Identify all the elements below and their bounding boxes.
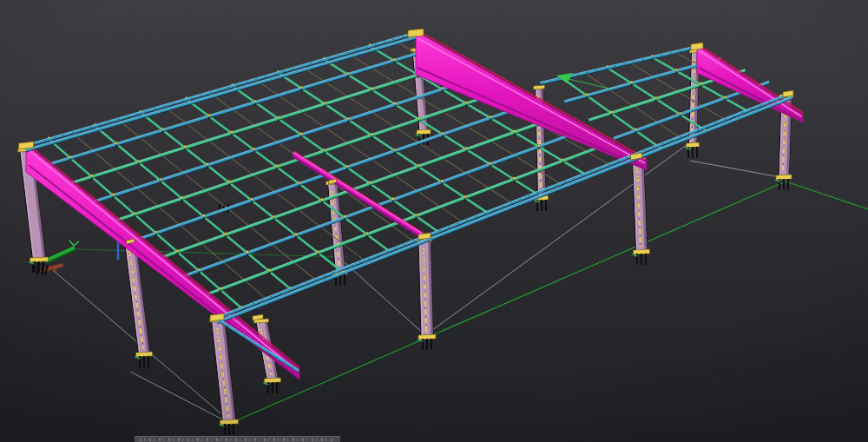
roof-clip-plate [228,181,231,183]
roof-clip-plate [465,102,468,104]
model-canvas[interactable]: X [0,0,868,442]
roof-clip-plate [490,115,492,118]
canopy-clip-plate [654,96,657,99]
roof-clip-plate [198,268,201,271]
roof-clip-plate [346,165,349,168]
corner-plate-5 [691,43,703,50]
roof-clip-plate [251,198,253,201]
roof-clip-plate [537,144,540,147]
roof-clip-plate [299,181,301,184]
roof-clip-plate [393,58,396,61]
roof-clip-plate [562,159,564,162]
roof-clip-plate [415,214,418,216]
roof-clip-plate [465,147,468,149]
ucs-x-label: X [52,266,57,274]
roof-clip-plate [366,232,369,234]
roof-clip-plate [344,215,346,218]
roof-clip-plate [159,178,161,181]
canopy-clip-plate [700,82,702,85]
roof-clip-plate [418,164,420,167]
roof-clip-plate [513,177,516,180]
roof-clip-plate [346,72,349,75]
status-tooltip-clipped [135,436,340,442]
roof-clip-plate [254,100,257,102]
roof-clip-plate [208,114,211,116]
roof-clip-plate [112,194,115,196]
roof-clip-plate [441,87,444,89]
canopy-clip-plate [675,69,678,71]
roof-clip-plate [418,117,420,120]
roof-clip-plate [155,231,157,234]
roof-clip-plate [134,212,136,214]
roof-clip-plate [161,128,164,130]
corner-plate-2 [210,313,224,321]
roof-clip-plate [276,165,279,168]
roof-clip-plate [184,146,187,148]
roof-clip-plate [277,116,279,119]
roof-clip-plate [371,133,373,135]
anchor-bolt [37,262,38,275]
roof-clip-plate [268,269,271,272]
roof-clip-plate [231,131,233,134]
roof-clip-plate [219,287,221,290]
roof-clip-plate [115,142,118,144]
roof-clip-plate [442,132,444,135]
canopy-clip-plate [679,112,681,115]
canopy-clip-plate [586,94,589,96]
roof-clip-plate [324,102,326,104]
corner-plate-0 [19,142,34,149]
roof-clip-plate [176,250,179,253]
roof-clip-plate [464,195,466,198]
roof-clip-plate [317,251,319,254]
roof-clip-plate [225,233,227,235]
roof-clip-plate [489,162,491,165]
roof-clip-plate [394,102,397,105]
roof-clip-plate [300,133,303,135]
canopy-clip-plate [630,81,633,83]
roof-clip-plate [295,233,298,235]
roof-clip-plate [247,251,249,254]
roof-clip-plate [440,180,443,182]
roof-clip-plate [323,148,326,151]
roof-clip-plate [371,87,373,89]
roof-clip-plate [202,214,205,217]
canopy-clip-plate [635,129,637,131]
canopy-clip-plate [610,111,613,114]
roof-clip-plate [300,86,303,89]
roof-clip-plate [392,198,395,201]
roof-clip-plate [137,160,140,162]
roof-clip-plate [69,155,72,158]
roof-clip-plate [181,196,183,199]
roof-clip-plate [253,148,256,150]
roof-clip-plate [206,163,208,166]
corner-plate-1 [408,29,424,37]
roof-clip-plate [321,198,324,201]
roof-clip-plate [369,181,372,184]
cad-3d-viewport[interactable]: X [0,0,868,442]
roof-clip-plate [347,117,350,120]
column-right-gable-cap-plate [534,85,545,89]
roof-clip-plate [273,215,275,218]
roof-clip-plate [394,148,397,151]
tooltip-text-fragment [140,439,335,441]
roof-clip-plate [514,130,516,133]
roof-clip-plate [90,175,93,177]
canopy-clip-plate [724,96,727,99]
